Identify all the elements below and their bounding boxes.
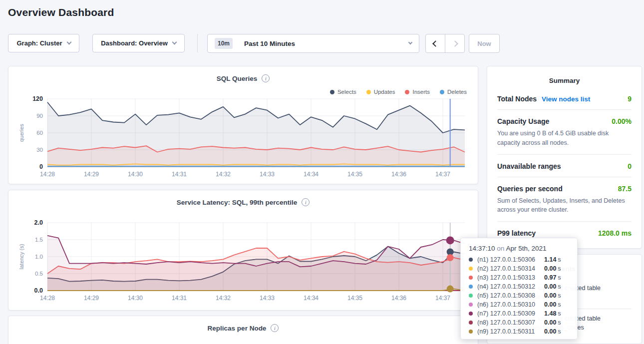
summary-row-label: Capacity Usage <box>497 117 549 125</box>
tooltip-node-label: (n3) 127.0.0.1:50313 <box>477 274 542 281</box>
info-icon[interactable]: i <box>302 198 310 206</box>
chevron-down-icon <box>172 40 177 45</box>
svg-text:14:34: 14:34 <box>304 171 319 178</box>
series-dot-icon <box>440 90 444 94</box>
summary-row: Capacity Usage 0.00% You are using 0 B o… <box>497 110 632 155</box>
chart-title-text: Replicas per Node <box>208 325 267 332</box>
tooltip-node-row: (n1) 127.0.0.1:50306 1.14 s <box>469 255 570 264</box>
info-icon[interactable]: i <box>262 74 270 82</box>
view-nodes-list-link[interactable]: View nodes list <box>542 95 590 103</box>
sql-queries-chart-card: SQL Queries i Selects Updates Inserts De… <box>8 66 478 184</box>
tooltip-node-unit: s <box>558 283 561 290</box>
tooltip-node-value: 1.48 <box>544 310 556 317</box>
dashboard-dropdown[interactable]: Dashboard: Overview <box>92 34 185 52</box>
svg-text:14:29: 14:29 <box>84 295 99 302</box>
chevron-down-icon <box>408 40 412 44</box>
tooltip-node-unit: s <box>558 310 561 317</box>
tooltip-node-label: (n5) 127.0.0.1:50308 <box>477 292 542 299</box>
now-button[interactable]: Now <box>469 34 500 53</box>
series-dot-icon <box>469 258 473 262</box>
time-next-button[interactable] <box>445 34 464 52</box>
tooltip-node-value: 0.00 <box>544 283 556 290</box>
info-icon[interactable]: i <box>271 324 279 332</box>
svg-text:1.0: 1.0 <box>35 254 43 260</box>
svg-text:14:32: 14:32 <box>216 171 231 178</box>
time-pager <box>425 34 465 53</box>
tooltip-node-label: (n6) 127.0.0.1:50310 <box>477 301 542 308</box>
summary-row-label: P99 latency <box>497 229 536 237</box>
chart-title-text: SQL Queries <box>217 75 258 82</box>
summary-row-value: 0.00% <box>612 117 632 125</box>
summary-row-label: Queries per second <box>497 185 563 193</box>
summary-row-label: Unavailable ranges <box>497 162 561 170</box>
svg-text:1.5: 1.5 <box>35 237 43 243</box>
series-dot-icon <box>366 90 371 94</box>
svg-text:14:30: 14:30 <box>128 171 143 178</box>
summary-title: Summary <box>487 66 642 84</box>
time-range-label: Past 10 Minutes <box>244 40 295 47</box>
tooltip-node-row: (n8) 127.0.0.1:50307 0.00 s <box>469 318 570 327</box>
series-dot-icon <box>469 303 473 307</box>
tooltip-node-row: (n4) 127.0.0.1:50312 0.00 s <box>469 282 570 291</box>
tooltip-node-row: (n6) 127.0.0.1:50310 0.00 s <box>469 300 570 309</box>
chart-title: Replicas per Node i <box>8 324 478 332</box>
svg-text:60: 60 <box>36 130 43 136</box>
summary-row: Unavailable ranges 0 <box>497 155 632 177</box>
chart-title-text: Service Latency: SQL, 99th percentile <box>177 199 298 206</box>
chevron-left-icon <box>432 40 439 47</box>
svg-text:latency (s): latency (s) <box>18 244 24 270</box>
time-prev-button[interactable] <box>426 34 445 52</box>
chart-title: SQL Queries i <box>8 74 478 82</box>
tooltip-node-unit: s <box>558 265 561 272</box>
series-dot-icon <box>469 285 473 289</box>
tooltip-node-label: (n9) 127.0.0.1:50311 <box>477 328 542 335</box>
chart-hover-tooltip: 14:37:10 on Apr 5th, 2021 (n1) 127.0.0.1… <box>460 238 578 340</box>
summary-row: Queries per second 87.5 Sum of Selects, … <box>497 177 632 222</box>
summary-row-value: 1208.0 ms <box>598 229 632 237</box>
summary-row-description: You are using 0 B of 4.5 GiB usable disk… <box>497 129 632 148</box>
svg-text:14:33: 14:33 <box>260 295 275 302</box>
tooltip-node-row: (n2) 127.0.0.1:50314 0.00 s <box>469 264 570 273</box>
svg-text:2.0: 2.0 <box>34 219 43 226</box>
series-dot-icon <box>330 90 334 94</box>
replicas-per-node-chart-card: Replicas per Node i <box>8 316 478 344</box>
tooltip-node-unit: s <box>558 274 561 281</box>
graph-dropdown[interactable]: Graph: Cluster <box>8 34 79 52</box>
dashboard-dropdown-label: Dashboard: Overview <box>101 39 168 47</box>
svg-text:14:28: 14:28 <box>40 295 55 302</box>
tooltip-node-label: (n7) 127.0.0.1:50309 <box>477 310 542 317</box>
series-dot-icon <box>469 267 473 271</box>
summary-panel: Summary Total Nodes View nodes list 9 Ca… <box>487 66 642 249</box>
tooltip-node-unit: s <box>558 256 561 263</box>
summary-row-value: 9 <box>628 95 632 103</box>
service-latency-chart[interactable]: 14:2814:2914:3014:3114:3214:3314:3414:35… <box>8 218 478 308</box>
tooltip-node-row: (n9) 127.0.0.1:50311 0.00 s <box>469 327 570 336</box>
series-dot-icon <box>469 276 473 280</box>
svg-text:14:35: 14:35 <box>347 171 362 178</box>
summary-row-value: 0 <box>628 162 632 170</box>
svg-text:14:31: 14:31 <box>172 295 187 302</box>
svg-text:30: 30 <box>36 147 43 153</box>
series-dot-icon <box>469 330 473 334</box>
tooltip-node-row: (n3) 127.0.0.1:50313 0.97 s <box>469 273 570 282</box>
svg-text:14:32: 14:32 <box>216 295 231 302</box>
tooltip-node-value: 0.97 <box>544 274 556 281</box>
series-dot-icon <box>469 312 473 316</box>
svg-text:0.5: 0.5 <box>35 271 43 277</box>
tooltip-node-unit: s <box>558 328 561 335</box>
sql-queries-chart[interactable]: 14:2814:2914:3014:3114:3214:3314:3414:35… <box>8 94 478 184</box>
tooltip-node-label: (n4) 127.0.0.1:50312 <box>477 283 542 290</box>
page-title: Overview Dashboard <box>8 6 114 18</box>
chart-title: Service Latency: SQL, 99th percentile i <box>8 198 478 206</box>
svg-text:14:34: 14:34 <box>304 295 319 302</box>
time-range-dropdown[interactable]: 10m Past 10 Minutes <box>207 34 419 53</box>
tooltip-node-row: (n5) 127.0.0.1:50308 0.00 s <box>469 291 570 300</box>
tooltip-node-value: 0.00 <box>544 265 556 272</box>
svg-text:queries: queries <box>18 123 24 142</box>
chevron-down-icon <box>66 40 71 45</box>
tooltip-node-unit: s <box>558 292 561 299</box>
svg-text:14:36: 14:36 <box>391 171 406 178</box>
svg-text:0.0: 0.0 <box>34 287 43 294</box>
svg-text:14:37: 14:37 <box>435 171 450 178</box>
tooltip-node-value: 1.14 <box>544 256 556 263</box>
